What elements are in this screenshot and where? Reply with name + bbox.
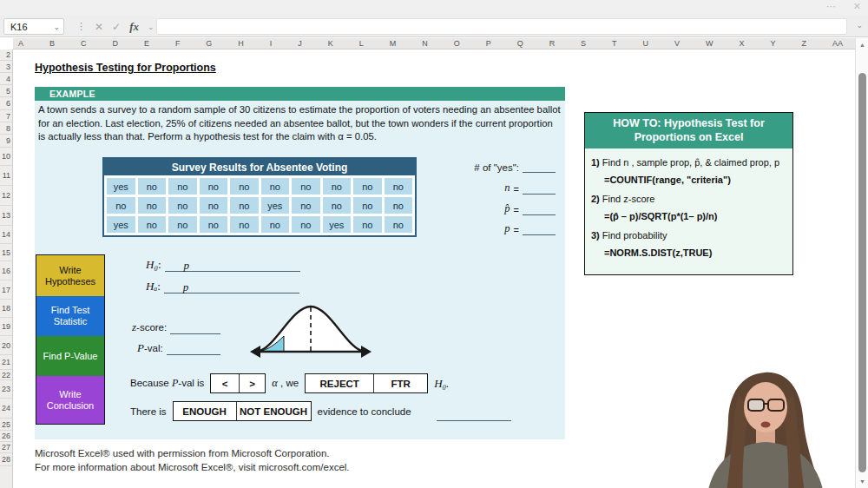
column-header[interactable]: U [643,39,649,48]
survey-cell[interactable]: no [261,216,290,233]
row-header[interactable]: 24 [0,399,12,419]
column-header[interactable]: D [112,39,118,48]
less-than-option[interactable]: < [211,374,238,392]
survey-cell[interactable]: no [230,197,259,214]
column-header[interactable]: P [486,39,491,48]
row-header[interactable]: 20 [0,336,12,355]
column-header[interactable]: O [454,39,460,48]
survey-cell[interactable]: no [353,216,382,233]
row-header[interactable]: 18 [0,300,12,318]
yes-count-field[interactable] [523,162,556,173]
survey-cell[interactable]: yes [107,216,135,233]
row-header[interactable]: 26 [0,431,12,442]
survey-cell[interactable]: yes [107,178,135,195]
column-header[interactable]: F [175,39,181,48]
survey-cell[interactable]: no [200,178,228,195]
row-header[interactable]: 23 [0,380,12,399]
survey-cell[interactable]: no [138,178,167,195]
phat-field[interactable] [523,204,556,215]
enough-option[interactable]: ENOUGH [174,402,236,420]
row-header[interactable]: 2 [0,49,12,61]
column-header[interactable]: Z [801,39,806,48]
n-field[interactable] [523,183,556,195]
zscore-field[interactable] [170,323,220,334]
row-header[interactable]: 8 [0,122,12,135]
row-header[interactable]: 9 [0,135,12,148]
scrollbar-thumb[interactable] [858,73,866,472]
row-header[interactable]: 11 [0,166,12,186]
survey-cell[interactable]: no [138,216,167,233]
column-header[interactable]: Q [517,39,523,48]
reject-option[interactable]: REJECT [306,374,373,392]
survey-cell[interactable]: no [200,216,228,233]
row-header[interactable]: 25 [0,419,12,431]
column-header[interactable]: H [238,39,244,48]
survey-cell[interactable]: no [230,178,259,195]
scroll-up-icon[interactable]: ▲ [856,42,868,48]
step-button[interactable]: Find Test Statistic [36,296,104,336]
row-header[interactable]: 10 [0,148,12,166]
survey-cell[interactable]: no [353,197,382,214]
window-close-icon[interactable]: ✕ [853,1,861,12]
step-button[interactable]: Find P-Value [36,336,104,376]
column-header[interactable]: L [359,39,364,48]
column-header[interactable]: E [144,39,149,48]
column-header[interactable]: T [612,39,617,48]
h0-field[interactable]: p [165,259,300,272]
ftr-option[interactable]: FTR [373,374,427,392]
chevron-down-icon[interactable]: ⌄ [148,23,155,31]
p-field[interactable] [523,224,556,235]
row-header[interactable]: 21 [0,355,12,370]
pval-field[interactable] [167,344,220,355]
ha-field[interactable]: p [164,280,299,293]
column-header[interactable]: J [298,39,302,48]
enter-icon[interactable]: ✓ [112,21,121,33]
row-header[interactable]: 28 [0,453,12,466]
formula-input[interactable] [156,18,847,35]
column-header[interactable]: A [18,39,23,48]
column-header[interactable]: G [206,39,212,48]
column-header[interactable]: AA [832,39,843,48]
survey-cell[interactable]: no [323,178,352,195]
scroll-down-icon[interactable]: ▼ [856,478,868,485]
column-header[interactable]: K [328,39,333,48]
row-header[interactable]: 5 [0,85,12,97]
survey-cell[interactable]: no [323,197,352,214]
row-header[interactable]: 14 [0,226,12,244]
survey-cell[interactable]: yes [323,216,352,233]
row-header[interactable]: 12 [0,186,12,206]
survey-cell[interactable]: no [292,216,320,233]
column-header[interactable]: N [422,39,428,48]
vertical-scrollbar[interactable]: ▲ ▼ [855,38,868,488]
column-header[interactable]: M [390,39,397,48]
row-header[interactable]: 13 [0,206,12,226]
survey-cell[interactable]: yes [261,197,290,214]
survey-cell[interactable]: no [230,216,259,233]
step-button[interactable]: Write Conclusion [36,376,104,424]
survey-cell[interactable]: no [168,178,197,195]
formula-bar-expand-icon[interactable]: ⌄ [856,21,863,30]
column-header[interactable]: C [81,39,87,48]
row-header[interactable]: 16 [0,261,12,280]
chevron-down-icon[interactable]: ⌄ [53,23,60,31]
row-header[interactable]: 7 [0,110,12,122]
row-header[interactable]: 6 [0,97,12,110]
survey-cell[interactable]: no [168,197,197,214]
column-header[interactable]: Y [770,39,775,48]
survey-cell[interactable]: no [292,197,320,214]
step-button[interactable]: Write Hypotheses [36,255,104,296]
conclusion-field[interactable] [437,410,511,421]
row-header[interactable]: 27 [0,442,12,453]
column-header[interactable]: I [270,39,273,48]
row-header[interactable]: 22 [0,370,12,380]
survey-cell[interactable]: no [292,178,320,195]
row-header[interactable]: 4 [0,73,12,85]
column-header[interactable]: B [49,39,55,48]
column-header[interactable]: W [706,39,713,48]
survey-cell[interactable]: no [261,178,290,195]
row-header[interactable]: 17 [0,280,12,300]
survey-cell[interactable]: no [168,216,197,233]
column-header[interactable]: X [739,39,744,48]
row-header[interactable]: 19 [0,318,12,336]
column-header[interactable]: V [674,39,680,48]
